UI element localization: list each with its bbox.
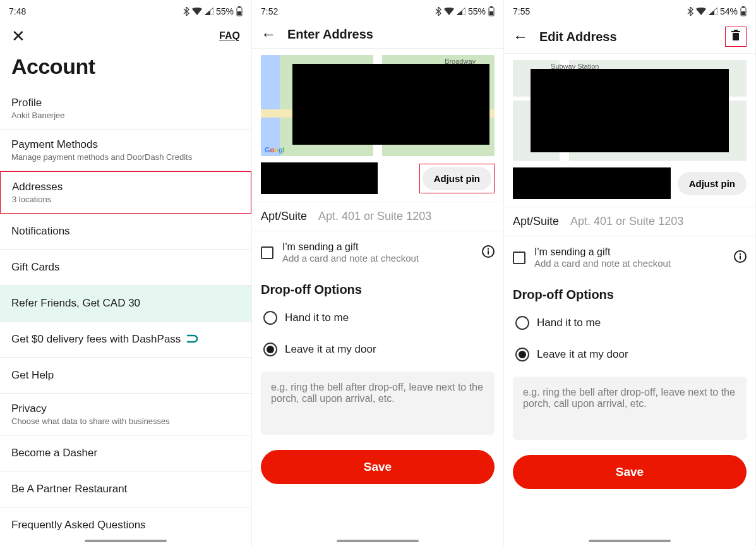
- apt-suite-field[interactable]: Apt/Suite Apt. 401 or Suite 1203: [252, 202, 503, 231]
- gift-title: I'm sending a gift: [282, 241, 419, 253]
- address-redacted: [513, 167, 671, 199]
- menu-addresses[interactable]: Addresses 3 locations: [1, 172, 251, 213]
- svg-rect-1: [238, 6, 241, 8]
- battery-percent: 55%: [216, 6, 234, 16]
- save-button[interactable]: Save: [261, 450, 495, 484]
- svg-rect-10: [742, 6, 745, 8]
- close-icon[interactable]: ✕: [11, 28, 25, 44]
- bluetooth-icon: [435, 7, 441, 16]
- dropoff-title: Drop-off Options: [252, 274, 503, 302]
- map-container: Broadway Googl: [252, 49, 503, 156]
- save-button[interactable]: Save: [513, 455, 747, 489]
- menu-faq[interactable]: Frequently Asked Questions: [0, 507, 251, 543]
- battery-icon: [236, 6, 243, 16]
- battery-icon: [488, 6, 495, 16]
- menu-gift-cards[interactable]: Gift Cards: [0, 250, 251, 286]
- svg-rect-8: [488, 250, 489, 254]
- battery-percent: 54%: [720, 6, 738, 16]
- svg-rect-11: [741, 11, 745, 15]
- radio-button[interactable]: [263, 343, 277, 356]
- dropoff-title: Drop-off Options: [504, 279, 755, 307]
- svg-rect-14: [734, 30, 738, 31]
- top-bar: ← Edit Address: [504, 20, 755, 54]
- delivery-note-input[interactable]: e.g. ring the bell after drop-off, leave…: [513, 377, 747, 440]
- map-container: Subway Station: [504, 54, 755, 161]
- menu-become-dasher[interactable]: Become a Dasher: [0, 435, 251, 471]
- gift-checkbox[interactable]: [513, 252, 525, 264]
- wifi-icon: [444, 8, 454, 15]
- address-row: Adjust pin: [252, 156, 503, 202]
- gift-checkbox[interactable]: [261, 246, 273, 259]
- svg-rect-2: [237, 11, 241, 15]
- radio-hand-it[interactable]: Hand it to me: [252, 302, 503, 334]
- map[interactable]: Subway Station: [513, 60, 747, 161]
- apt-label: Apt/Suite: [513, 215, 559, 228]
- svg-rect-4: [490, 6, 493, 8]
- svg-rect-17: [740, 255, 741, 259]
- radio-leave-door[interactable]: Leave it at my door: [504, 339, 755, 370]
- status-icons: 54%: [687, 6, 747, 16]
- bluetooth-icon: [183, 7, 189, 16]
- menu-payment-methods[interactable]: Payment Methods Manage payment methods a…: [0, 130, 251, 171]
- apt-suite-field[interactable]: Apt/Suite Apt. 401 or Suite 1203: [504, 207, 755, 236]
- svg-rect-5: [489, 11, 493, 15]
- svg-rect-13: [731, 31, 740, 32]
- back-icon[interactable]: ←: [261, 27, 276, 42]
- info-icon[interactable]: [734, 250, 747, 265]
- bluetooth-icon: [687, 7, 693, 16]
- status-icons: 55%: [183, 6, 243, 16]
- highlight-box-addresses: Addresses 3 locations: [0, 171, 251, 214]
- gift-row[interactable]: I'm sending a gift Add a card and note a…: [504, 236, 755, 279]
- menu-privacy[interactable]: Privacy Choose what data to share with b…: [0, 394, 251, 435]
- status-time: 7:48: [9, 6, 26, 16]
- status-time: 7:52: [261, 6, 278, 16]
- radio-hand-it[interactable]: Hand it to me: [504, 307, 755, 339]
- radio-button[interactable]: [515, 348, 529, 361]
- home-indicator: [589, 540, 671, 542]
- account-screen: 7:48 55% ✕ FAQ Account Profile Ankit Ban…: [0, 0, 252, 546]
- redacted-area: [531, 69, 729, 152]
- signal-icon: [205, 8, 213, 15]
- battery-percent: 55%: [468, 6, 486, 16]
- status-time: 7:55: [513, 6, 530, 16]
- menu-profile[interactable]: Profile Ankit Banerjee: [0, 88, 251, 130]
- battery-icon: [740, 6, 747, 16]
- signal-icon: [709, 8, 717, 15]
- radio-button[interactable]: [515, 316, 529, 330]
- svg-point-7: [488, 248, 489, 249]
- radio-button[interactable]: [263, 311, 277, 325]
- status-bar: 7:52 55%: [252, 0, 503, 20]
- redacted-area: [292, 64, 489, 145]
- apt-placeholder: Apt. 401 or Suite 1203: [570, 215, 683, 228]
- status-icons: 55%: [435, 6, 495, 16]
- menu-get-help[interactable]: Get Help: [0, 358, 251, 394]
- menu-refer-friends[interactable]: Refer Friends, Get CAD 30: [0, 286, 251, 322]
- top-bar: ✕ FAQ: [0, 20, 251, 51]
- gift-title: I'm sending a gift: [534, 246, 671, 258]
- address-row: Adjust pin: [504, 161, 755, 207]
- adjust-pin-button[interactable]: Adjust pin: [423, 167, 491, 190]
- menu-partner-restaurant[interactable]: Be A Partner Restaurant: [0, 471, 251, 507]
- highlight-box-trash: [725, 27, 747, 47]
- trash-icon[interactable]: [729, 31, 742, 44]
- status-bar: 7:48 55%: [0, 0, 251, 20]
- wifi-icon: [192, 8, 202, 15]
- google-logo: Googl: [265, 146, 285, 154]
- apt-label: Apt/Suite: [261, 210, 307, 223]
- faq-link[interactable]: FAQ: [219, 30, 240, 42]
- adjust-pin-button[interactable]: Adjust pin: [678, 172, 747, 195]
- menu-dashpass[interactable]: Get $0 delivery fees with DashPass: [0, 322, 251, 358]
- status-bar: 7:55 54%: [504, 0, 755, 20]
- menu-notifications[interactable]: Notifications: [0, 214, 251, 250]
- gift-subtitle: Add a card and note at checkout: [282, 253, 419, 264]
- map[interactable]: Broadway Googl: [261, 55, 495, 156]
- apt-placeholder: Apt. 401 or Suite 1203: [318, 210, 431, 223]
- enter-address-screen: 7:52 55% ← Enter Address Broadway Googl …: [252, 0, 504, 546]
- dashpass-icon: [186, 334, 199, 346]
- info-icon[interactable]: [482, 245, 495, 260]
- gift-row[interactable]: I'm sending a gift Add a card and note a…: [252, 231, 503, 274]
- delivery-note-input[interactable]: e.g. ring the bell after drop-off, leave…: [261, 372, 495, 435]
- wifi-icon: [696, 8, 706, 15]
- radio-leave-door[interactable]: Leave it at my door: [252, 334, 503, 365]
- back-icon[interactable]: ←: [513, 29, 528, 44]
